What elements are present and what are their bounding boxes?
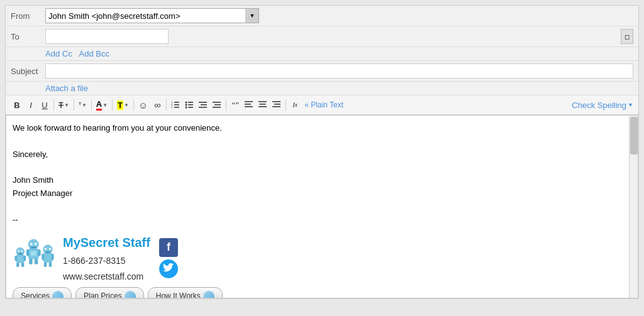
to-row: To ◻ bbox=[6, 26, 638, 47]
align-right-button[interactable] bbox=[270, 98, 283, 112]
highlight-label: T bbox=[117, 101, 123, 110]
facebook-icon[interactable]: f bbox=[159, 238, 178, 257]
body-line5: John Smith bbox=[13, 174, 631, 187]
link-button[interactable]: ∞ bbox=[151, 98, 164, 112]
toolbar-sep-7 bbox=[226, 99, 226, 111]
attach-file-link[interactable]: Attach a file bbox=[45, 84, 88, 93]
svg-rect-48 bbox=[42, 254, 44, 260]
svg-rect-17 bbox=[213, 107, 221, 108]
toolbar-sep-2 bbox=[74, 99, 74, 111]
services-button[interactable]: Services bbox=[13, 287, 72, 298]
svg-rect-26 bbox=[272, 106, 280, 107]
emoji-button[interactable]: ☺ bbox=[136, 98, 150, 112]
scrollbar[interactable] bbox=[629, 116, 638, 298]
sig-info: MySecret Staff 1-866-237-8315 www.secret… bbox=[63, 232, 150, 283]
ordered-list-button[interactable]: 1.2.3. bbox=[169, 98, 182, 112]
svg-rect-18 bbox=[245, 101, 253, 102]
svg-rect-40 bbox=[29, 259, 32, 264]
superscript-dropdown[interactable]: ᵀ ▼ bbox=[77, 100, 89, 111]
svg-rect-8 bbox=[188, 107, 193, 108]
align-center-button[interactable] bbox=[257, 98, 269, 112]
svg-rect-13 bbox=[201, 104, 207, 106]
strikethrough-arrow: ▼ bbox=[64, 102, 69, 108]
toolbar-row: B I U T ▼ ᵀ ▼ A ▼ T ▼ ☺ ∞ 1.2.3. bbox=[6, 95, 638, 115]
subject-input[interactable] bbox=[45, 63, 633, 79]
bold-button[interactable]: B bbox=[11, 98, 23, 112]
check-spelling-button[interactable]: Check Spelling ▼ bbox=[572, 101, 633, 110]
svg-point-34 bbox=[21, 250, 23, 252]
superscript-label: ᵀ bbox=[79, 101, 81, 109]
from-select-wrapper: John Smith <john@secretstaff.com> ▼ bbox=[45, 8, 259, 23]
svg-point-52 bbox=[45, 248, 47, 249]
svg-rect-29 bbox=[15, 255, 18, 261]
svg-rect-1 bbox=[174, 104, 179, 106]
svg-rect-7 bbox=[188, 104, 193, 106]
svg-rect-25 bbox=[274, 104, 280, 105]
blockquote-button[interactable]: “” bbox=[229, 98, 242, 112]
body-separator: -- bbox=[13, 214, 631, 227]
highlight-arrow: ▼ bbox=[124, 102, 129, 108]
services-icon bbox=[52, 291, 64, 298]
how-it-works-button[interactable]: How It Works bbox=[148, 287, 223, 298]
svg-rect-38 bbox=[26, 249, 29, 256]
body-line2 bbox=[13, 135, 631, 148]
strikethrough-dropdown[interactable]: T ▼ bbox=[57, 99, 71, 111]
font-color-label: A bbox=[96, 99, 102, 111]
svg-rect-35 bbox=[18, 253, 23, 254]
svg-rect-31 bbox=[16, 263, 19, 267]
indent-button[interactable] bbox=[211, 98, 223, 112]
underline-button[interactable]: U bbox=[38, 98, 51, 112]
superscript-arrow: ▼ bbox=[82, 102, 87, 108]
to-expand-icon[interactable]: ◻ bbox=[621, 29, 633, 44]
cc-bcc-row: Add Cc Add Bcc bbox=[6, 47, 638, 61]
attach-row: Attach a file bbox=[6, 82, 638, 95]
toolbar-sep-8 bbox=[286, 99, 286, 111]
font-color-dropdown[interactable]: A ▼ bbox=[94, 98, 109, 112]
body-line6: Project Manager bbox=[13, 187, 631, 200]
svg-text:3.: 3. bbox=[171, 106, 173, 109]
to-input[interactable] bbox=[45, 29, 169, 44]
svg-rect-23 bbox=[258, 106, 267, 107]
toolbar-sep-1 bbox=[53, 99, 54, 111]
toolbar-sep-5 bbox=[133, 99, 134, 111]
align-left-button[interactable] bbox=[243, 98, 255, 112]
svg-point-42 bbox=[30, 242, 33, 245]
add-cc-link[interactable]: Add Cc bbox=[45, 49, 72, 58]
clear-format-button[interactable]: Ix bbox=[289, 98, 301, 112]
font-color-arrow: ▼ bbox=[103, 102, 108, 108]
add-bcc-link[interactable]: Add Bcc bbox=[79, 49, 109, 58]
svg-rect-47 bbox=[43, 253, 52, 262]
svg-point-53 bbox=[49, 248, 51, 249]
toolbar-sep-3 bbox=[91, 99, 92, 111]
toolbar-sep-6 bbox=[166, 99, 167, 111]
svg-point-43 bbox=[35, 242, 37, 245]
subject-label: Subject bbox=[11, 67, 45, 76]
check-spelling-arrow: ▼ bbox=[628, 102, 633, 108]
svg-rect-12 bbox=[199, 102, 207, 103]
plan-prices-label: Plan Prices bbox=[84, 290, 122, 298]
body-wrapper: We look forward to hearing from you at y… bbox=[6, 115, 638, 298]
svg-rect-2 bbox=[174, 107, 179, 108]
unordered-list-button[interactable] bbox=[183, 98, 196, 112]
plan-prices-button[interactable]: Plan Prices bbox=[75, 287, 144, 298]
from-select[interactable]: John Smith <john@secretstaff.com> bbox=[45, 8, 259, 23]
plan-prices-icon bbox=[125, 291, 136, 298]
body-line1: We look forward to hearing from you at y… bbox=[13, 122, 631, 135]
social-icons: f bbox=[159, 238, 178, 278]
outdent-button[interactable] bbox=[197, 98, 209, 112]
svg-rect-16 bbox=[214, 104, 221, 106]
svg-point-33 bbox=[18, 250, 19, 252]
italic-button[interactable]: I bbox=[25, 98, 37, 112]
svg-rect-0 bbox=[174, 102, 179, 103]
twitter-icon[interactable] bbox=[159, 259, 178, 278]
svg-rect-41 bbox=[35, 259, 38, 264]
from-dropdown-arrow[interactable]: ▼ bbox=[245, 8, 259, 23]
svg-rect-49 bbox=[52, 254, 54, 260]
highlight-dropdown[interactable]: T ▼ bbox=[115, 99, 131, 111]
plain-text-button[interactable]: « Plain Text bbox=[303, 98, 345, 112]
body-content: We look forward to hearing from you at y… bbox=[13, 122, 631, 226]
svg-rect-54 bbox=[46, 251, 50, 253]
body-scroll[interactable]: We look forward to hearing from you at y… bbox=[6, 116, 638, 298]
svg-point-11 bbox=[186, 107, 187, 109]
sig-phone: 1-866-237-8315 bbox=[63, 254, 150, 268]
